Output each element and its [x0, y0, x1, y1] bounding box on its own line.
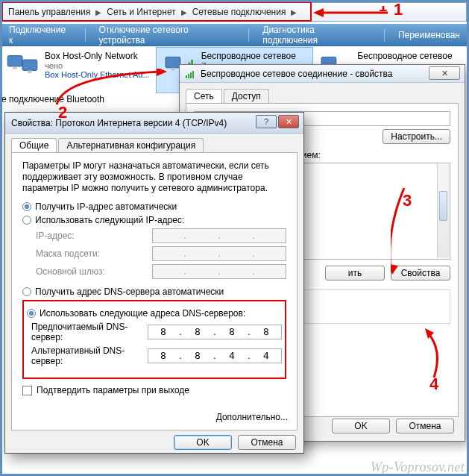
annotation-box-dns: Использовать следующие адреса DNS-сервер… [22, 300, 286, 379]
toolbar-item-connect[interactable]: Подключение к [9, 25, 72, 46]
wifi-icon [184, 68, 196, 80]
panel-general: Параметры IP могут назначаться автоматич… [11, 153, 298, 430]
chevron-right-icon: ▶ [181, 8, 187, 16]
window-title: Свойства: Протокол Интернета версии 4 (T… [11, 118, 227, 128]
toolbar-item-diagnose[interactable]: Диагностика подключения [262, 25, 371, 46]
help-button[interactable]: ? [256, 115, 277, 128]
radio-dns-auto[interactable]: Получить адрес DNS-сервера автоматически [22, 286, 286, 297]
alternate-dns-label: Альтернативный DNS-сервер: [31, 345, 143, 366]
radio-icon [27, 309, 36, 318]
window-title: Беспроводное сетевое соединение - свойст… [201, 69, 393, 79]
intro-text: Параметры IP могут назначаться автоматич… [22, 160, 286, 194]
radio-icon [22, 287, 31, 296]
radio-label: Использовать следующие адреса DNS-сервер… [40, 308, 245, 319]
toolbar-separator [248, 28, 249, 42]
annotation-number-2: 2 [58, 103, 67, 122]
svg-rect-6 [28, 70, 31, 73]
radio-label: Получить IP-адрес автоматически [35, 201, 177, 212]
window-titlebar[interactable]: Беспроводное сетевое соединение - свойст… [180, 65, 465, 83]
ok-button[interactable]: OK [174, 435, 232, 450]
ip-address-label: IP-адрес: [36, 231, 148, 241]
annotation-number-1: 1 [394, 0, 403, 19]
breadcrumb-item-2[interactable]: Сетевые подключения [190, 6, 289, 18]
toolbar-separator [85, 28, 86, 42]
svg-rect-8 [171, 68, 174, 71]
adapter-item-bluetooth[interactable]: е подключение Bluetooth [1, 94, 104, 104]
cancel-button[interactable]: Отмена [396, 419, 454, 433]
radio-label: Использовать следующий IP-адрес: [35, 215, 184, 225]
chevron-right-icon: ▶ [291, 8, 297, 16]
gateway-input: ... [152, 264, 286, 279]
tab-network[interactable]: Сеть [186, 89, 222, 103]
scrollbar[interactable] [437, 164, 449, 258]
annotation-number-4: 4 [429, 375, 438, 394]
ip-address-input: ... [152, 228, 286, 243]
annotation-number-3: 3 [403, 191, 412, 210]
ipv4-properties-window: Свойства: Протокол Интернета версии 4 (T… [4, 112, 304, 454]
toolbar-item-rename[interactable]: Переименован [398, 30, 460, 40]
install-button[interactable]: ить [325, 266, 385, 281]
toolbar-separator [384, 28, 385, 42]
svg-rect-17 [186, 75, 187, 78]
properties-button[interactable]: Свойства [391, 266, 450, 281]
close-button[interactable]: ✕ [278, 115, 299, 128]
svg-rect-7 [166, 57, 180, 67]
radio-dns-manual[interactable]: Использовать следующие адреса DNS-сервер… [27, 308, 282, 319]
network-adapter-icon [4, 51, 40, 82]
gateway-label: Основной шлюз: [36, 266, 148, 277]
configure-button[interactable]: Настроить... [383, 129, 450, 144]
svg-rect-5 [13, 66, 16, 69]
svg-rect-3 [7, 56, 22, 66]
cancel-button[interactable]: Отмена [238, 435, 296, 450]
tab-alt-config[interactable]: Альтернативная конфигурация [58, 138, 204, 152]
tabstrip: Сеть Доступ [186, 89, 459, 104]
validate-checkbox-row[interactable]: Подтвердить параметры при выходе [22, 385, 286, 395]
close-button[interactable]: ✕ [429, 66, 460, 80]
chevron-right-icon: ▶ [95, 8, 101, 16]
advanced-button[interactable]: Дополнительно... [216, 412, 288, 422]
preferred-dns-input[interactable]: 8. 8. 8. 8 [148, 325, 282, 339]
adapter-name: Box Host-Only Network [45, 51, 150, 61]
tab-sharing[interactable]: Доступ [224, 89, 269, 103]
adapter-status: чено [45, 61, 150, 70]
dialog-buttons: OK Отмена [5, 430, 303, 454]
radio-label: Получить адрес DNS-сервера автоматически [35, 286, 224, 297]
checkbox-label: Подтвердить параметры при выходе [37, 385, 189, 395]
preferred-dns-label: Предпочитаемый DNS-сервер: [31, 322, 143, 342]
radio-icon [22, 202, 31, 211]
scrollbar-thumb[interactable] [439, 191, 447, 221]
adapter-name: Беспроводное сетевое [201, 51, 296, 61]
radio-icon [22, 216, 31, 225]
radio-ip-auto[interactable]: Получить IP-адрес автоматически [22, 201, 286, 212]
alternate-dns-input[interactable]: 8. 8. 4. 4 [148, 348, 282, 363]
svg-rect-19 [190, 72, 192, 78]
dialog-buttons: OK Отмена [332, 419, 454, 433]
toolbar-item-disable[interactable]: Отключение сетевого устройства [98, 25, 235, 46]
ok-button[interactable]: OK [332, 419, 390, 433]
checkbox-icon [22, 386, 32, 395]
watermark: Wp-Voprosov.net [371, 460, 465, 475]
subnet-mask-label: Маска подсети: [36, 248, 148, 259]
adapter-device: Box Host-Only Ethernet Ad... [45, 70, 150, 79]
svg-rect-20 [192, 71, 194, 78]
tab-general[interactable]: Общие [11, 138, 57, 152]
svg-rect-4 [22, 60, 37, 70]
subnet-mask-input: ... [152, 246, 286, 261]
adapter-item-hostonly[interactable]: Box Host-Only Network чено Box Host-Only… [0, 48, 157, 93]
adapter-name: Беспроводное сетевое [357, 51, 452, 61]
toolbar: Подключение к Отключение сетевого устрой… [0, 24, 469, 46]
tabstrip: Общие Альтернативная конфигурация [11, 138, 298, 153]
svg-rect-18 [188, 74, 189, 78]
breadcrumb-item-0[interactable]: Панель управления [6, 6, 92, 18]
radio-ip-manual[interactable]: Использовать следующий IP-адрес: [22, 215, 286, 225]
breadcrumb-item-1[interactable]: Сеть и Интернет [104, 6, 177, 18]
